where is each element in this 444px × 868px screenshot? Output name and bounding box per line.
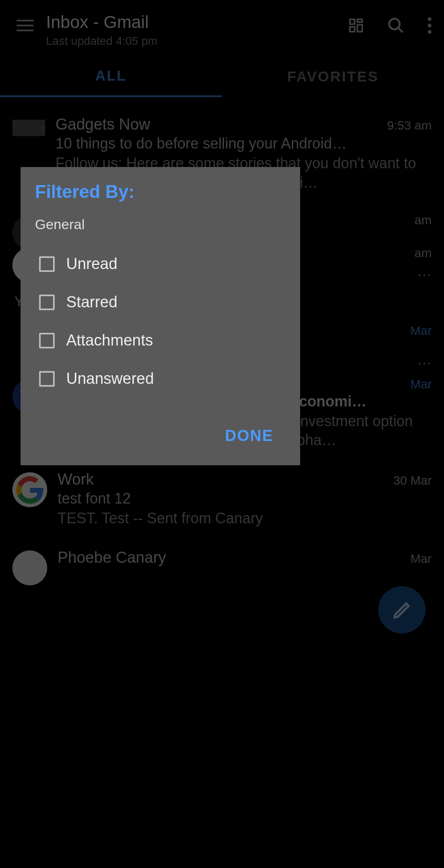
dialog-title: Filtered By: (35, 181, 286, 202)
checkbox[interactable] (39, 256, 55, 272)
done-button[interactable]: DONE (213, 421, 286, 451)
filter-dialog: Filtered By: General Unread Starred Atta… (21, 167, 300, 465)
checkbox-label: Unanswered (66, 370, 154, 388)
checkbox[interactable] (39, 333, 55, 348)
checkbox-label: Attachments (66, 332, 153, 349)
dialog-actions: DONE (35, 421, 286, 451)
filter-option-unread[interactable]: Unread (35, 245, 286, 283)
checkbox[interactable] (39, 295, 55, 310)
checkbox-label: Starred (66, 293, 118, 311)
filter-option-unanswered[interactable]: Unanswered (35, 360, 286, 398)
bottom-blank (0, 646, 444, 868)
filter-option-attachments[interactable]: Attachments (35, 321, 286, 360)
checkbox[interactable] (39, 371, 55, 387)
filter-option-starred[interactable]: Starred (35, 283, 286, 321)
dialog-section-label: General (35, 216, 286, 232)
checkbox-label: Unread (66, 255, 118, 273)
